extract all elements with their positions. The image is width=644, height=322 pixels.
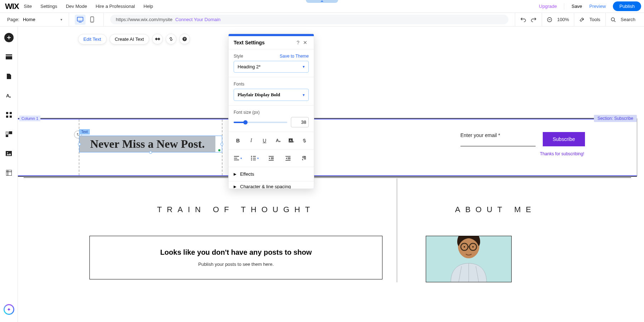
mobile-icon (90, 16, 94, 23)
preview-button[interactable]: Preview (589, 4, 606, 9)
main-menu: Site Settings Dev Mode Hire a Profession… (24, 4, 153, 9)
page-name: Home (23, 17, 35, 22)
redo-button[interactable] (531, 17, 537, 23)
menu-help[interactable]: Help (143, 4, 153, 9)
tools-label: Tools (589, 17, 600, 22)
page-selector[interactable]: Home ▾ (23, 17, 65, 22)
undo-button[interactable] (520, 17, 526, 23)
separator (103, 13, 104, 26)
wix-logo[interactable]: WIX (5, 2, 19, 11)
chevron-down-icon: ▾ (60, 18, 62, 21)
svg-point-3 (92, 21, 93, 22)
upgrade-link[interactable]: Upgrade (539, 4, 557, 9)
menu-dev-mode[interactable]: Dev Mode (66, 4, 87, 9)
svg-point-6 (611, 18, 614, 21)
divider (564, 3, 564, 10)
device-switcher (73, 15, 100, 25)
separator (69, 13, 69, 26)
search-icon (611, 17, 616, 22)
save-button[interactable]: Save (571, 4, 582, 9)
desktop-icon (77, 17, 83, 23)
tools-icon (579, 17, 584, 22)
tools-button[interactable]: Tools (574, 13, 605, 26)
mobile-view-button[interactable] (87, 15, 98, 25)
menu-hire-pro[interactable]: Hire a Professional (96, 4, 135, 9)
top-menu-bar: WIX Site Settings Dev Mode Hire a Profes… (0, 0, 644, 13)
svg-line-7 (614, 21, 615, 22)
url-bar[interactable]: https://www.wix.com/mysite Connect Your … (110, 15, 509, 24)
zoom-value: 100% (557, 17, 569, 22)
top-handle[interactable] (306, 0, 338, 3)
toolbar-right: 100% Tools Search (515, 13, 640, 26)
menu-site[interactable]: Site (24, 4, 32, 9)
zoom-icon (547, 17, 552, 22)
editor-toolbar: Page: Home ▾ https://www.wix.com/mysite … (0, 13, 644, 26)
menu-settings[interactable]: Settings (40, 4, 57, 9)
publish-button[interactable]: Publish (613, 1, 641, 11)
page-label: Page: (7, 17, 19, 22)
desktop-view-button[interactable] (75, 15, 86, 25)
svg-rect-0 (77, 17, 83, 21)
connect-domain-link[interactable]: Connect Your Domain (175, 17, 220, 22)
site-url: https://www.wix.com/mysite (116, 17, 172, 22)
zoom-control[interactable]: 100% (542, 13, 574, 26)
search-button[interactable]: Search (605, 13, 640, 26)
search-label: Search (621, 17, 635, 22)
